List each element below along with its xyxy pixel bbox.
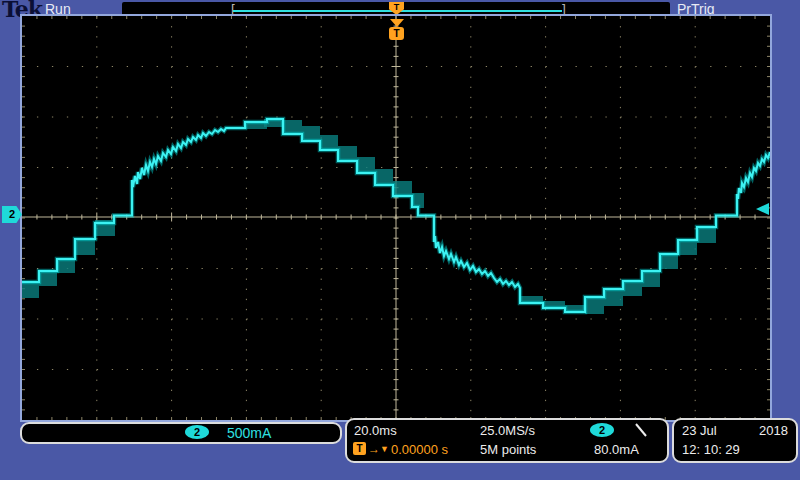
trigger-position-badge: T xyxy=(389,27,404,40)
datetime-readout: 23 Jul 2018 12: 10: 29 xyxy=(672,418,798,463)
trigger-source-badge: 2 xyxy=(590,423,614,437)
trigger-level-value: 80.0mA xyxy=(594,442,639,457)
trigger-position-arrow-icon xyxy=(390,19,404,27)
trigger-position-value: 0.00000 s xyxy=(391,442,448,457)
marker-down-icon: ▼ xyxy=(380,444,389,454)
arrow-right-icon: → xyxy=(368,442,380,456)
channel2-badge: 2 xyxy=(185,425,209,439)
date-label: 23 Jul xyxy=(682,423,717,438)
sample-rate: 25.0MS/s xyxy=(480,423,535,438)
time-label: 12: 10: 29 xyxy=(682,442,740,457)
oscilloscope-screen: Tek Run [ ] T PrTrig T 2 2 500mA 20.0ms … xyxy=(0,0,800,480)
channel2-ground-marker: 2 xyxy=(2,206,22,223)
trigger-t-icon: T xyxy=(353,442,366,455)
channel2-scale: 500mA xyxy=(227,425,271,441)
timebase-trigger-readout: 20.0ms 25.0MS/s 2 T → ▼ 0.00000 s 5M poi… xyxy=(345,418,669,463)
trigger-slope-falling-icon xyxy=(633,422,649,438)
channel2-readout: 2 500mA xyxy=(20,422,342,444)
record-length: 5M points xyxy=(480,442,536,457)
graticule xyxy=(20,14,772,422)
timebase-scale: 20.0ms xyxy=(354,423,397,438)
year-label: 2018 xyxy=(759,423,788,438)
waveform-display xyxy=(22,16,770,420)
